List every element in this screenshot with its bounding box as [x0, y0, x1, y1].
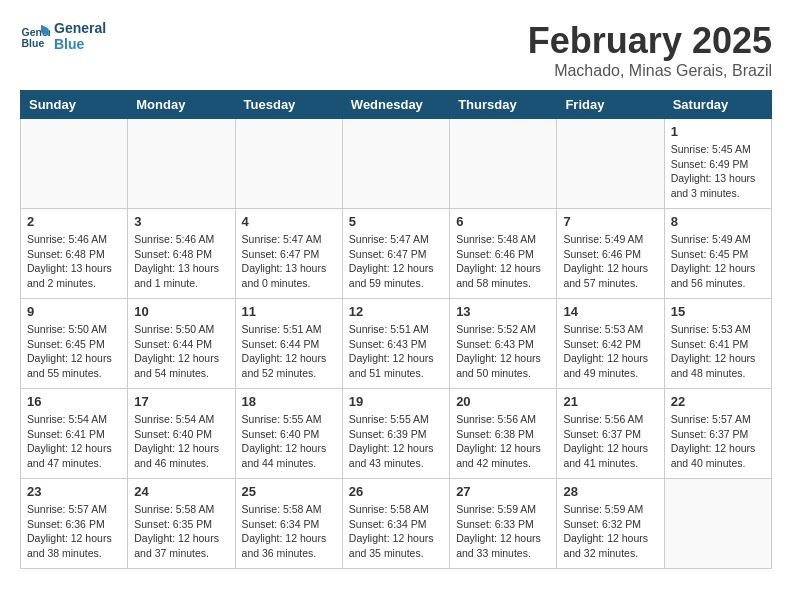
calendar-cell: 11Sunrise: 5:51 AM Sunset: 6:44 PM Dayli…: [235, 299, 342, 389]
day-number: 2: [27, 214, 121, 229]
day-info: Sunrise: 5:46 AM Sunset: 6:48 PM Dayligh…: [134, 232, 228, 291]
day-number: 18: [242, 394, 336, 409]
day-info: Sunrise: 5:59 AM Sunset: 6:32 PM Dayligh…: [563, 502, 657, 561]
calendar-week-row: 9Sunrise: 5:50 AM Sunset: 6:45 PM Daylig…: [21, 299, 772, 389]
calendar-cell: [128, 119, 235, 209]
calendar-cell: 1Sunrise: 5:45 AM Sunset: 6:49 PM Daylig…: [664, 119, 771, 209]
calendar-cell: 19Sunrise: 5:55 AM Sunset: 6:39 PM Dayli…: [342, 389, 449, 479]
weekday-header-thursday: Thursday: [450, 91, 557, 119]
calendar-cell: 21Sunrise: 5:56 AM Sunset: 6:37 PM Dayli…: [557, 389, 664, 479]
day-info: Sunrise: 5:56 AM Sunset: 6:37 PM Dayligh…: [563, 412, 657, 471]
calendar-cell: 2Sunrise: 5:46 AM Sunset: 6:48 PM Daylig…: [21, 209, 128, 299]
day-number: 6: [456, 214, 550, 229]
day-info: Sunrise: 5:49 AM Sunset: 6:45 PM Dayligh…: [671, 232, 765, 291]
calendar-cell: 12Sunrise: 5:51 AM Sunset: 6:43 PM Dayli…: [342, 299, 449, 389]
day-number: 26: [349, 484, 443, 499]
day-number: 27: [456, 484, 550, 499]
day-number: 21: [563, 394, 657, 409]
day-info: Sunrise: 5:55 AM Sunset: 6:39 PM Dayligh…: [349, 412, 443, 471]
calendar-cell: 3Sunrise: 5:46 AM Sunset: 6:48 PM Daylig…: [128, 209, 235, 299]
svg-text:Blue: Blue: [22, 37, 45, 49]
day-info: Sunrise: 5:54 AM Sunset: 6:41 PM Dayligh…: [27, 412, 121, 471]
calendar-cell: 6Sunrise: 5:48 AM Sunset: 6:46 PM Daylig…: [450, 209, 557, 299]
title-block: February 2025 Machado, Minas Gerais, Bra…: [528, 20, 772, 80]
calendar-cell: 22Sunrise: 5:57 AM Sunset: 6:37 PM Dayli…: [664, 389, 771, 479]
day-number: 28: [563, 484, 657, 499]
calendar-cell: [235, 119, 342, 209]
weekday-header-monday: Monday: [128, 91, 235, 119]
calendar-week-row: 2Sunrise: 5:46 AM Sunset: 6:48 PM Daylig…: [21, 209, 772, 299]
day-number: 4: [242, 214, 336, 229]
calendar-cell: [557, 119, 664, 209]
day-info: Sunrise: 5:45 AM Sunset: 6:49 PM Dayligh…: [671, 142, 765, 201]
day-info: Sunrise: 5:47 AM Sunset: 6:47 PM Dayligh…: [349, 232, 443, 291]
day-number: 16: [27, 394, 121, 409]
day-number: 11: [242, 304, 336, 319]
calendar-subtitle: Machado, Minas Gerais, Brazil: [528, 62, 772, 80]
calendar-cell: 10Sunrise: 5:50 AM Sunset: 6:44 PM Dayli…: [128, 299, 235, 389]
day-number: 3: [134, 214, 228, 229]
weekday-header-sunday: Sunday: [21, 91, 128, 119]
calendar-week-row: 23Sunrise: 5:57 AM Sunset: 6:36 PM Dayli…: [21, 479, 772, 569]
day-info: Sunrise: 5:49 AM Sunset: 6:46 PM Dayligh…: [563, 232, 657, 291]
calendar-title: February 2025: [528, 20, 772, 62]
calendar-cell: 17Sunrise: 5:54 AM Sunset: 6:40 PM Dayli…: [128, 389, 235, 479]
calendar-cell: [342, 119, 449, 209]
logo-icon: General Blue: [20, 21, 50, 51]
calendar-week-row: 16Sunrise: 5:54 AM Sunset: 6:41 PM Dayli…: [21, 389, 772, 479]
day-number: 23: [27, 484, 121, 499]
logo-text-general: General: [54, 20, 106, 36]
day-info: Sunrise: 5:46 AM Sunset: 6:48 PM Dayligh…: [27, 232, 121, 291]
day-info: Sunrise: 5:58 AM Sunset: 6:35 PM Dayligh…: [134, 502, 228, 561]
calendar-cell: [450, 119, 557, 209]
calendar-table: SundayMondayTuesdayWednesdayThursdayFrid…: [20, 90, 772, 569]
weekday-header-wednesday: Wednesday: [342, 91, 449, 119]
day-number: 7: [563, 214, 657, 229]
day-info: Sunrise: 5:57 AM Sunset: 6:37 PM Dayligh…: [671, 412, 765, 471]
calendar-cell: 7Sunrise: 5:49 AM Sunset: 6:46 PM Daylig…: [557, 209, 664, 299]
day-number: 22: [671, 394, 765, 409]
day-info: Sunrise: 5:51 AM Sunset: 6:43 PM Dayligh…: [349, 322, 443, 381]
day-info: Sunrise: 5:48 AM Sunset: 6:46 PM Dayligh…: [456, 232, 550, 291]
day-number: 14: [563, 304, 657, 319]
day-number: 17: [134, 394, 228, 409]
weekday-header-tuesday: Tuesday: [235, 91, 342, 119]
day-info: Sunrise: 5:57 AM Sunset: 6:36 PM Dayligh…: [27, 502, 121, 561]
day-number: 20: [456, 394, 550, 409]
day-number: 10: [134, 304, 228, 319]
calendar-cell: [21, 119, 128, 209]
day-number: 24: [134, 484, 228, 499]
day-number: 12: [349, 304, 443, 319]
day-info: Sunrise: 5:50 AM Sunset: 6:44 PM Dayligh…: [134, 322, 228, 381]
calendar-cell: 8Sunrise: 5:49 AM Sunset: 6:45 PM Daylig…: [664, 209, 771, 299]
day-info: Sunrise: 5:56 AM Sunset: 6:38 PM Dayligh…: [456, 412, 550, 471]
logo: General Blue General Blue: [20, 20, 106, 52]
calendar-cell: 9Sunrise: 5:50 AM Sunset: 6:45 PM Daylig…: [21, 299, 128, 389]
day-number: 25: [242, 484, 336, 499]
day-info: Sunrise: 5:52 AM Sunset: 6:43 PM Dayligh…: [456, 322, 550, 381]
calendar-cell: 27Sunrise: 5:59 AM Sunset: 6:33 PM Dayli…: [450, 479, 557, 569]
day-info: Sunrise: 5:58 AM Sunset: 6:34 PM Dayligh…: [242, 502, 336, 561]
day-info: Sunrise: 5:58 AM Sunset: 6:34 PM Dayligh…: [349, 502, 443, 561]
calendar-cell: 25Sunrise: 5:58 AM Sunset: 6:34 PM Dayli…: [235, 479, 342, 569]
logo-text-blue: Blue: [54, 36, 106, 52]
day-info: Sunrise: 5:47 AM Sunset: 6:47 PM Dayligh…: [242, 232, 336, 291]
day-number: 9: [27, 304, 121, 319]
header: General Blue General Blue February 2025 …: [20, 20, 772, 80]
weekday-header-saturday: Saturday: [664, 91, 771, 119]
calendar-cell: 15Sunrise: 5:53 AM Sunset: 6:41 PM Dayli…: [664, 299, 771, 389]
day-info: Sunrise: 5:51 AM Sunset: 6:44 PM Dayligh…: [242, 322, 336, 381]
weekday-header-row: SundayMondayTuesdayWednesdayThursdayFrid…: [21, 91, 772, 119]
calendar-cell: 26Sunrise: 5:58 AM Sunset: 6:34 PM Dayli…: [342, 479, 449, 569]
calendar-cell: 24Sunrise: 5:58 AM Sunset: 6:35 PM Dayli…: [128, 479, 235, 569]
calendar-cell: 16Sunrise: 5:54 AM Sunset: 6:41 PM Dayli…: [21, 389, 128, 479]
weekday-header-friday: Friday: [557, 91, 664, 119]
calendar-cell: [664, 479, 771, 569]
day-number: 1: [671, 124, 765, 139]
day-info: Sunrise: 5:50 AM Sunset: 6:45 PM Dayligh…: [27, 322, 121, 381]
calendar-cell: 18Sunrise: 5:55 AM Sunset: 6:40 PM Dayli…: [235, 389, 342, 479]
calendar-cell: 5Sunrise: 5:47 AM Sunset: 6:47 PM Daylig…: [342, 209, 449, 299]
day-info: Sunrise: 5:55 AM Sunset: 6:40 PM Dayligh…: [242, 412, 336, 471]
calendar-cell: 14Sunrise: 5:53 AM Sunset: 6:42 PM Dayli…: [557, 299, 664, 389]
day-number: 15: [671, 304, 765, 319]
